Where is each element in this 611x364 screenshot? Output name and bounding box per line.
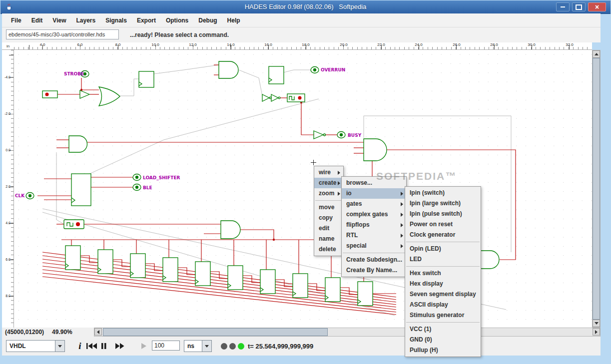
context-menu-create[interactable]: create bbox=[314, 178, 343, 188]
scroll-right-button[interactable] bbox=[593, 328, 600, 336]
horizontal-scrollbar[interactable] bbox=[94, 328, 601, 337]
h-ruler-label: 8.0 bbox=[115, 42, 120, 47]
or-gate bbox=[99, 87, 120, 106]
vertical-scrollbar[interactable] bbox=[592, 50, 601, 328]
io-menu-ipin-switch[interactable]: Ipin (switch) bbox=[405, 188, 481, 198]
io-menu-vcc[interactable]: VCC (1) bbox=[405, 324, 481, 335]
overrun-label: OVERRUN bbox=[321, 67, 345, 72]
menubar-help[interactable]: Help bbox=[222, 15, 245, 26]
scroll-up-button[interactable] bbox=[593, 50, 600, 58]
io-menu-ipin-large-switch[interactable]: Ipin (large switch) bbox=[405, 198, 481, 209]
h-ruler-label: 14.0 bbox=[227, 42, 235, 47]
io-menu-stimulus-generator[interactable]: Stimulus generator bbox=[405, 310, 481, 321]
io-menu-clock-generator[interactable]: Clock generator bbox=[405, 230, 481, 240]
context-menu-move[interactable]: move bbox=[314, 202, 343, 213]
interval-input[interactable] bbox=[152, 341, 180, 351]
h-ruler-label: 30.0 bbox=[528, 42, 536, 47]
and-gate bbox=[221, 221, 240, 239]
h-ruler-label: 18.0 bbox=[302, 42, 310, 47]
time-unit-value: ns bbox=[184, 341, 202, 352]
context-menu-zoom[interactable]: zoom bbox=[314, 188, 343, 199]
create-menu-io[interactable]: io bbox=[342, 188, 406, 199]
crosshair-cursor-icon bbox=[311, 160, 316, 165]
time-unit-select[interactable]: ns bbox=[184, 340, 212, 352]
switch-component bbox=[287, 94, 305, 102]
fast-forward-button[interactable] bbox=[115, 343, 125, 350]
scroll-left-button[interactable] bbox=[94, 328, 102, 336]
arrow-left-icon bbox=[97, 330, 99, 334]
menubar-signals[interactable]: Signals bbox=[100, 15, 132, 26]
switch-indicator-dots bbox=[45, 93, 302, 227]
combo-arrow-button[interactable] bbox=[202, 341, 211, 352]
create-menu-gates[interactable]: gates bbox=[342, 199, 406, 209]
menubar-options[interactable]: Options bbox=[161, 15, 193, 26]
close-button[interactable]: × bbox=[588, 2, 606, 11]
cursor-coordinates: (45000,01200) bbox=[5, 329, 44, 336]
menu-bar: File Edit View Layers Signals Export Opt… bbox=[2, 13, 601, 27]
menubar-file[interactable]: File bbox=[6, 15, 26, 26]
scroll-down-button[interactable] bbox=[593, 320, 600, 327]
inverter-gate bbox=[262, 94, 269, 101]
mode-select[interactable]: VHDL bbox=[6, 340, 65, 352]
create-menu-rtl[interactable]: RTL bbox=[342, 230, 406, 241]
status-bar: (45000,01200) 49.90% bbox=[2, 328, 94, 337]
context-menu-delete[interactable]: delete bbox=[314, 244, 343, 255]
menubar-edit[interactable]: Edit bbox=[26, 15, 48, 26]
flipflop bbox=[139, 71, 154, 87]
menu-separator bbox=[406, 242, 480, 242]
menubar-layers[interactable]: Layers bbox=[71, 15, 100, 26]
io-menu-ascii-display[interactable]: ASCII display bbox=[405, 300, 481, 310]
close-icon: × bbox=[595, 3, 599, 10]
and-gate bbox=[219, 61, 238, 78]
create-menu-special[interactable]: special bbox=[342, 241, 406, 251]
pause-button[interactable] bbox=[101, 343, 107, 350]
context-menu-copy[interactable]: copy bbox=[314, 213, 343, 223]
run-button[interactable] bbox=[141, 343, 147, 350]
create-menu-browse[interactable]: browse... bbox=[342, 178, 406, 188]
horizontal-scroll-thumb[interactable] bbox=[103, 328, 328, 336]
h-ruler-label: 26.0 bbox=[453, 42, 461, 47]
info-button[interactable]: i bbox=[75, 341, 85, 352]
context-menu: wire create zoom move copy edit name del… bbox=[314, 166, 344, 256]
sim-status-light-2 bbox=[229, 343, 236, 350]
create-menu-create-subdesign[interactable]: Create Subdesign... bbox=[342, 255, 406, 265]
minimize-button[interactable] bbox=[556, 2, 570, 11]
create-menu-flipflops[interactable]: flipflops bbox=[342, 220, 406, 230]
io-menu-gnd[interactable]: GND (0) bbox=[405, 335, 481, 345]
maximize-button[interactable] bbox=[572, 2, 586, 11]
menubar-debug[interactable]: Debug bbox=[193, 15, 222, 26]
io-menu-hex-switch[interactable]: Hex switch bbox=[405, 268, 481, 279]
combo-arrow-button[interactable] bbox=[55, 341, 64, 352]
and-gate bbox=[69, 136, 87, 152]
arrow-up-icon bbox=[595, 53, 599, 55]
title-bar[interactable]: HADES Editor 0.98f (08.02.06) Softpedia … bbox=[0, 0, 611, 14]
io-menu-seven-segment-display[interactable]: Seven segment display bbox=[405, 289, 481, 300]
menu-separator bbox=[343, 253, 405, 253]
load-shifter-label: LOAD_SHIFTER bbox=[143, 175, 180, 180]
menubar-export[interactable]: Export bbox=[132, 15, 161, 26]
status-message: ...ready! Please select a command. bbox=[130, 31, 229, 38]
vertical-scroll-thumb[interactable] bbox=[593, 58, 600, 320]
menu-separator bbox=[406, 322, 480, 323]
context-menu-edit[interactable]: edit bbox=[314, 223, 343, 234]
clk-label: CLK bbox=[15, 193, 25, 198]
vertical-ruler: -4.0 -2.0 0.0 2.0 4.0 6.0 8.0 bbox=[2, 50, 14, 328]
io-menu-hex-display[interactable]: Hex display bbox=[405, 279, 481, 289]
io-menu-opin-led[interactable]: Opin (LED) bbox=[405, 244, 481, 254]
create-menu-complex-gates[interactable]: complex gates bbox=[342, 209, 406, 220]
rewind-button[interactable] bbox=[86, 343, 97, 350]
io-menu-ipin-pulse-switch[interactable]: Ipin (pulse switch) bbox=[405, 209, 481, 219]
flipflop bbox=[269, 66, 284, 84]
context-menu-name[interactable]: name bbox=[314, 234, 343, 244]
file-path-input[interactable] bbox=[6, 29, 119, 39]
io-menu-pullup[interactable]: Pullup (H) bbox=[405, 345, 481, 356]
v-ruler-label: -2.0 bbox=[2, 112, 10, 115]
schematic-canvas[interactable]: STROBE OVERRUN BUSY LOAD_SHIFTER BLE CLK bbox=[14, 50, 592, 328]
context-menu-wire[interactable]: wire bbox=[314, 167, 343, 178]
create-menu-create-by-name[interactable]: Create By Name... bbox=[342, 265, 406, 276]
v-ruler-label: 4.0 bbox=[2, 221, 10, 225]
menubar-view[interactable]: View bbox=[47, 15, 71, 26]
io-menu-power-on-reset[interactable]: Power on reset bbox=[405, 219, 481, 230]
info-icon: i bbox=[78, 341, 81, 352]
io-menu-led[interactable]: LED bbox=[405, 254, 481, 265]
